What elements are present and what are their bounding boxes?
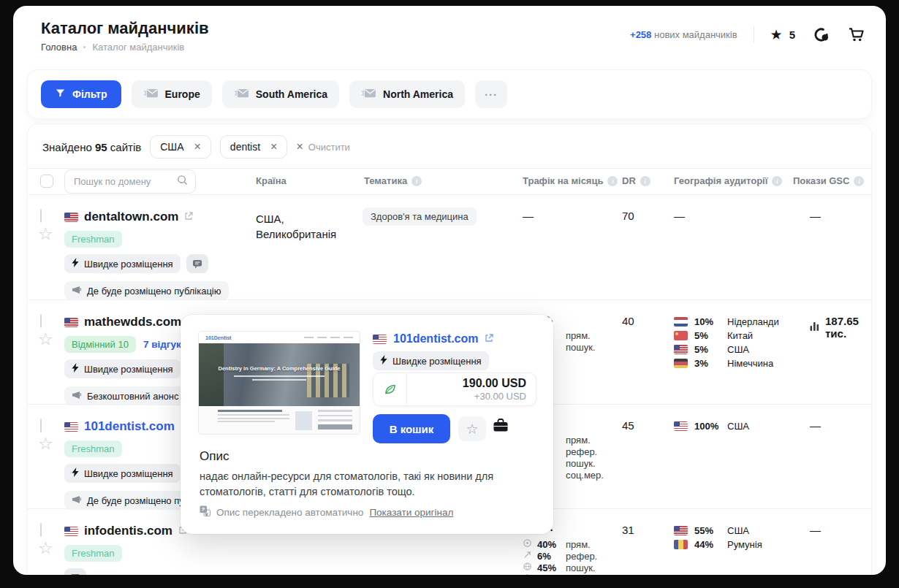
mail-send-icon bbox=[234, 88, 249, 101]
thumb-content bbox=[199, 406, 360, 435]
domain-link[interactable]: dentaltown.com bbox=[84, 210, 178, 224]
breadcrumb-home[interactable]: Головна bbox=[41, 42, 77, 53]
dr-cell: 40 bbox=[622, 315, 634, 327]
row-checkbox[interactable] bbox=[40, 209, 42, 223]
search-icon bbox=[177, 175, 188, 188]
header-divider bbox=[754, 26, 754, 42]
domain-link[interactable]: mathewdds.com bbox=[84, 315, 181, 329]
fast-placement-tag: Швидке розміщення bbox=[373, 351, 489, 370]
domain-link[interactable]: 101dentist.com bbox=[84, 419, 175, 434]
breadcrumb-separator bbox=[83, 46, 86, 48]
favorite-star-icon[interactable]: ☆ bbox=[38, 226, 53, 243]
comment-icon[interactable] bbox=[64, 568, 86, 575]
megaphone-icon bbox=[72, 285, 82, 297]
external-link-icon[interactable] bbox=[485, 332, 493, 345]
geo-cell: 100%США bbox=[674, 419, 749, 433]
filter-button[interactable]: Фільтр bbox=[41, 80, 121, 108]
price-extra: +30.00 USD bbox=[407, 391, 526, 402]
active-filter-dentist[interactable]: dentist× bbox=[220, 135, 288, 159]
thumb-hero-image: Dentistry in Germany: A Comprehensive Gu… bbox=[199, 343, 360, 406]
site-screenshot-thumbnail: 101Dentist Dentistry in Germany: A Compr… bbox=[198, 331, 360, 435]
preset-south-america[interactable]: South America bbox=[222, 80, 339, 108]
column-theme: Тематикаi bbox=[364, 175, 422, 186]
comment-icon[interactable] bbox=[186, 254, 208, 273]
info-icon[interactable]: i bbox=[411, 176, 422, 186]
support-icon[interactable] bbox=[811, 25, 830, 44]
fast-placement-tag: Швидке розміщення bbox=[64, 464, 181, 483]
dr-cell: 70 bbox=[622, 210, 634, 222]
info-icon[interactable]: i bbox=[640, 176, 650, 186]
info-icon[interactable]: i bbox=[772, 176, 782, 186]
row-checkbox[interactable] bbox=[40, 419, 42, 432]
geo-cell: — bbox=[674, 210, 685, 222]
search-input[interactable] bbox=[74, 176, 177, 187]
column-dr: DRi bbox=[622, 175, 650, 186]
app-window: Каталог майданчиків Головна Каталог майд… bbox=[13, 6, 886, 575]
geo-cell: 10%Нідерланди 5%Китай 5%США 3%Німеччина bbox=[674, 315, 779, 370]
de-flag-icon bbox=[674, 359, 688, 368]
site-preview-popup: 101Dentist Dentistry in Germany: A Compr… bbox=[181, 315, 553, 534]
us-flag-icon bbox=[64, 318, 78, 327]
bolt-icon bbox=[380, 355, 387, 367]
translate-icon bbox=[200, 505, 210, 519]
close-icon[interactable]: × bbox=[270, 141, 277, 153]
status-badge: Freshman bbox=[64, 440, 122, 457]
favorite-star-icon[interactable]: ☆ bbox=[38, 540, 53, 557]
row-checkbox[interactable] bbox=[40, 523, 42, 537]
placement-info-tag[interactable]: Де буде розміщено публікацію bbox=[64, 281, 229, 300]
new-sites-counter[interactable]: +258 нових майданчиків bbox=[630, 29, 737, 40]
show-original-link[interactable]: Показати оригінал bbox=[369, 507, 453, 518]
us-flag-icon bbox=[373, 335, 387, 344]
us-flag-icon bbox=[64, 213, 78, 222]
preset-europe[interactable]: Europe bbox=[132, 80, 212, 108]
briefcase-icon[interactable] bbox=[493, 418, 509, 435]
rating-badge: Відмінний 10 bbox=[64, 336, 136, 353]
more-presets-button[interactable]: ··· bbox=[475, 80, 507, 108]
thumb-hero-subtitle bbox=[234, 375, 324, 381]
us-flag-icon bbox=[64, 422, 78, 432]
mail-send-icon bbox=[361, 88, 376, 101]
breadcrumb-current: Каталог майданчиків bbox=[92, 42, 184, 53]
breadcrumb: Головна Каталог майданчиків bbox=[41, 42, 184, 53]
clear-filters-button[interactable]: ×Очистити bbox=[296, 141, 349, 153]
select-all-checkbox[interactable] bbox=[40, 175, 53, 188]
direct-traffic-icon bbox=[523, 538, 532, 550]
results-bar: Знайдено 95 сайтів США× dentist× ×Очисти… bbox=[42, 134, 350, 159]
cn-flag-icon bbox=[674, 331, 688, 340]
page-title: Каталог майданчиків bbox=[41, 19, 209, 38]
column-geo: Географія аудиторіїi bbox=[674, 175, 782, 186]
external-link-icon[interactable] bbox=[184, 210, 193, 224]
us-flag-icon bbox=[674, 526, 688, 535]
favorite-button[interactable]: ☆ bbox=[458, 416, 486, 441]
gsc-cell: — bbox=[810, 419, 821, 432]
bolt-icon bbox=[72, 258, 79, 270]
info-icon[interactable]: i bbox=[607, 176, 618, 186]
status-badge: Freshman bbox=[64, 231, 122, 248]
row-checkbox[interactable] bbox=[40, 314, 42, 328]
popup-domain-link[interactable]: 101dentist.com bbox=[393, 332, 478, 345]
close-icon: × bbox=[296, 141, 303, 153]
thumb-site-logo: 101Dentist bbox=[205, 335, 231, 340]
add-to-cart-button[interactable]: В кошик bbox=[373, 414, 450, 443]
favorites-button[interactable]: ★ 5 bbox=[770, 28, 795, 42]
us-flag-icon bbox=[674, 345, 688, 354]
gsc-cell: — bbox=[810, 210, 821, 222]
favorite-star-icon[interactable]: ☆ bbox=[38, 435, 53, 452]
price-value: 190.00 USD bbox=[407, 377, 526, 390]
results-count: Знайдено 95 сайтів bbox=[42, 141, 141, 153]
favorite-star-icon[interactable]: ☆ bbox=[38, 331, 53, 348]
dr-cell: 45 bbox=[622, 419, 634, 432]
star-icon: ★ bbox=[770, 28, 783, 42]
preset-north-america[interactable]: North America bbox=[349, 80, 465, 108]
domain-link[interactable]: infodentis.com bbox=[84, 524, 172, 538]
cart-icon[interactable] bbox=[846, 25, 865, 44]
price-box: 190.00 USD +30.00 USD bbox=[373, 373, 536, 406]
info-icon[interactable]: i bbox=[854, 176, 864, 186]
status-badge: Freshman bbox=[64, 545, 122, 562]
close-icon[interactable]: × bbox=[194, 141, 201, 153]
star-icon: ☆ bbox=[466, 421, 478, 438]
thumb-hero-title: Dentistry in Germany: A Comprehensive Gu… bbox=[215, 365, 344, 372]
description-text: надає онлайн-ресурси для стоматологів, т… bbox=[200, 469, 539, 500]
domain-search[interactable] bbox=[64, 169, 196, 194]
active-filter-usa[interactable]: США× bbox=[150, 135, 211, 159]
